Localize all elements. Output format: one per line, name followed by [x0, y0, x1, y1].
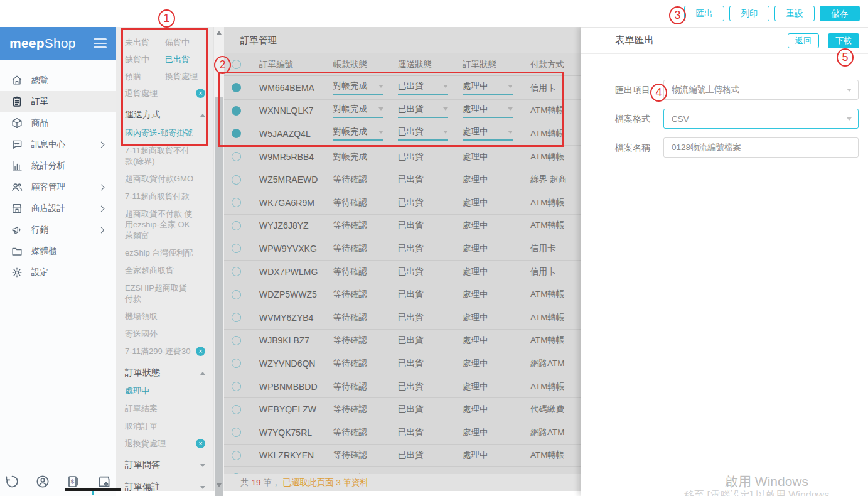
filter-option[interactable]: 機場領取	[125, 311, 205, 321]
order-status-cell: 處理中	[463, 289, 530, 300]
filter-option[interactable]: 退貨處理	[125, 88, 205, 99]
sidebar-item-overview[interactable]: 總覽	[0, 70, 116, 91]
row-radio[interactable]	[232, 267, 241, 276]
table-row: WJB9KLBZ7等待確認已出貨處理中ATM轉帳	[224, 330, 581, 353]
filter-option[interactable]: 7-11超商取貨不付款(綠界)	[125, 145, 205, 166]
scroll-up-icon[interactable]	[217, 31, 222, 35]
filter-option[interactable]: 未出貨	[125, 37, 165, 48]
drawer-actions: 返回 下載	[788, 33, 859, 48]
row-radio[interactable]	[232, 451, 241, 460]
expand-icon[interactable]	[200, 464, 205, 467]
shipping-status-select[interactable]: 已出貨	[398, 80, 448, 95]
sidebar-item-media-library[interactable]: 媒體櫃	[0, 240, 116, 262]
file-name-input[interactable]: 0128物流編號檔案	[663, 137, 859, 158]
account-icon[interactable]	[35, 474, 50, 489]
sidebar-item-orders[interactable]: 訂單	[0, 91, 116, 112]
order-status-cell: 處理中	[463, 151, 530, 163]
filter-option[interactable]: 7-11超商取貨付款	[125, 191, 205, 202]
filter-scrollbar[interactable]	[213, 27, 224, 491]
scrollbar-thumb[interactable]	[215, 97, 223, 496]
filter-option[interactable]: 7-11滿299-運費30	[125, 346, 205, 357]
order-id-cell: W5JAAZQ4L	[259, 129, 333, 139]
filter-option[interactable]: 退換貨處理	[125, 438, 205, 449]
sidebar-item-marketing[interactable]: 行銷	[0, 219, 116, 240]
filter-option[interactable]: 寄送國外	[125, 328, 205, 339]
sidebar-item-customer-management[interactable]: 顧客管理	[0, 176, 116, 198]
filter-option[interactable]: 國內寄送-郵寄掛號	[125, 127, 205, 138]
filter-option[interactable]: 缺貨中	[125, 54, 165, 65]
shipping-status-select[interactable]: 已出貨	[398, 104, 448, 118]
filter-option[interactable]: EZSHIP超商取貨付款	[125, 283, 205, 304]
filter-option[interactable]: 備貨中	[165, 37, 205, 48]
row-radio[interactable]	[232, 129, 241, 138]
save-button[interactable]: 儲存	[820, 6, 860, 21]
order-status-cell: 處理中	[463, 427, 530, 438]
sidebar-item-products[interactable]: 商品	[0, 112, 116, 134]
filter-option[interactable]: 超商取貨付款GMO	[125, 173, 205, 184]
row-radio[interactable]	[232, 83, 241, 92]
collapse-icon[interactable]	[200, 114, 205, 117]
order-status-select[interactable]: 處理中	[463, 104, 513, 118]
print-button[interactable]: 列印	[729, 6, 769, 21]
remove-filter-icon[interactable]	[196, 89, 205, 98]
row-radio[interactable]	[232, 175, 241, 185]
order-status-select[interactable]: 處理中	[463, 126, 513, 141]
billing-icon[interactable]: $	[66, 474, 81, 489]
row-radio[interactable]	[232, 428, 241, 437]
download-button[interactable]: 下載	[828, 33, 859, 48]
storefront-icon[interactable]	[97, 474, 112, 489]
order-status-cell: 處理中	[463, 197, 530, 208]
sidebar-item-message-center[interactable]: 訊息中心	[0, 134, 116, 155]
row-radio[interactable]	[232, 359, 241, 368]
table-row: W5JAAZQ4L對帳完成已出貨處理中ATM轉帳	[224, 122, 581, 146]
back-button[interactable]: 返回	[788, 33, 819, 48]
row-radio[interactable]	[232, 198, 241, 207]
row-radio[interactable]	[232, 336, 241, 345]
store-design-icon	[11, 202, 23, 215]
logout-icon[interactable]	[4, 474, 19, 489]
filter-section-header[interactable]: 訂單問答	[125, 460, 205, 471]
row-radio[interactable]	[232, 221, 241, 230]
sidebar-item-settings[interactable]: 設定	[0, 262, 116, 283]
export-button[interactable]: 匯出	[684, 6, 724, 21]
menu-toggle-icon[interactable]	[94, 38, 107, 48]
payment-status-select[interactable]: 對帳完成	[333, 80, 383, 95]
file-format-select[interactable]: CSV	[663, 109, 859, 129]
payment-method-cell: ATM轉帳	[530, 289, 581, 300]
sidebar-item-analytics[interactable]: 統計分析	[0, 155, 116, 176]
sidebar-item-store-design[interactable]: 商店設計	[0, 198, 116, 219]
filter-option[interactable]: 訂單結案	[125, 403, 205, 414]
payment-status-select[interactable]: 對帳完成	[333, 126, 383, 141]
filter-option[interactable]: 全家超商取貨	[125, 265, 205, 276]
row-radio[interactable]	[232, 244, 241, 253]
filter-option[interactable]: 換貨處理	[165, 71, 205, 82]
row-radio[interactable]	[232, 290, 241, 299]
filter-option[interactable]: ezShip 台灣便利配	[125, 247, 205, 258]
shipping-status-select[interactable]: 已出貨	[398, 126, 448, 141]
remove-filter-icon[interactable]	[196, 439, 205, 448]
filter-option[interactable]: 預購	[125, 71, 165, 82]
row-radio[interactable]	[232, 405, 241, 414]
reset-button[interactable]: 重設	[774, 6, 815, 21]
payment-status-select[interactable]: 對帳完成	[333, 104, 383, 118]
filter-section-header[interactable]: 運送方式	[125, 109, 205, 121]
filter-option[interactable]: 取消訂單	[125, 421, 205, 431]
shipping-status-cell: 已出貨	[398, 312, 463, 323]
row-radio[interactable]	[232, 313, 241, 322]
collapse-icon[interactable]	[200, 372, 205, 375]
filter-option[interactable]: 處理中	[125, 385, 205, 396]
row-radio[interactable]	[232, 152, 241, 161]
select-all-radio[interactable]	[232, 60, 241, 69]
row-radio[interactable]	[232, 106, 241, 116]
filter-section-header[interactable]: 訂單備註	[125, 482, 205, 491]
filter-section-header[interactable]: 訂單狀態	[125, 367, 205, 379]
export-item-select[interactable]: 物流編號上傳格式	[663, 80, 859, 100]
row-radio[interactable]	[232, 382, 241, 391]
filter-option[interactable]: 已出貨	[165, 54, 205, 65]
table-row: W9MR5RBB4對帳完成已出貨處理中ATM轉帳	[224, 146, 581, 169]
scroll-down-icon[interactable]	[217, 483, 222, 487]
remove-filter-icon[interactable]	[196, 347, 205, 356]
expand-icon[interactable]	[200, 486, 205, 489]
filter-option[interactable]: 超商取貨不付款 使用ezship-全家 OK 萊爾富	[125, 208, 205, 240]
order-status-select[interactable]: 處理中	[463, 80, 513, 95]
